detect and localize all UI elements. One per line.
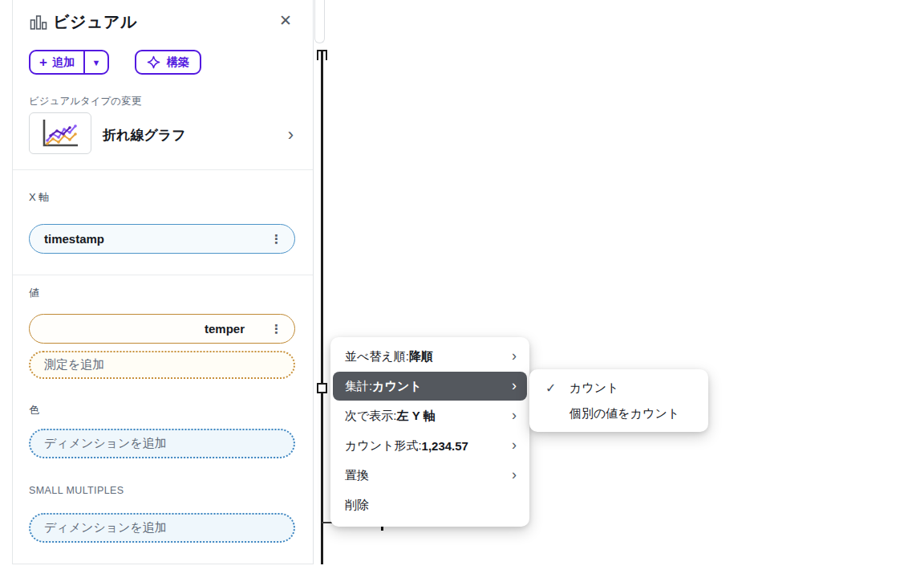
menu-item-prefix: 集計: xyxy=(345,379,372,394)
chevron-right-icon[interactable]: › xyxy=(288,124,294,145)
value-field-pill[interactable]: temper ⋮ xyxy=(29,314,295,344)
kebab-menu-icon[interactable]: ⋮ xyxy=(270,234,282,245)
menu-item-count-format[interactable]: カウント形式: 1,234.57 › xyxy=(333,431,527,460)
divider xyxy=(13,275,313,275)
add-button[interactable]: + 追加 xyxy=(30,51,83,73)
add-dimension-placeholder: ディメンションを追加 xyxy=(44,436,167,451)
kebab-menu-icon[interactable]: ⋮ xyxy=(270,324,282,335)
submenu-item-count[interactable]: ✓ カウント xyxy=(529,375,708,401)
menu-item-delete[interactable]: 削除 xyxy=(333,490,527,519)
small-multiples-label: SMALL MULTIPLES xyxy=(29,485,124,496)
chevron-right-icon: › xyxy=(512,437,517,454)
x-axis-field-pill[interactable]: timestamp ⋮ xyxy=(29,224,295,254)
value-field-name: temper xyxy=(205,322,245,336)
x-axis-field-name: timestamp xyxy=(44,232,104,246)
line-chart-icon xyxy=(39,118,81,149)
canvas-scrollbar[interactable] xyxy=(314,0,325,43)
page: ビジュアル ✕ + 追加 ▼ 構築 ビジュアルタイプの変更 xyxy=(0,0,924,578)
menu-item-sort-order[interactable]: 並べ替え順: 降順 › xyxy=(333,342,527,371)
build-button-label: 構築 xyxy=(167,55,189,70)
menu-item-aggregate[interactable]: 集計: カウント › xyxy=(333,372,527,401)
x-axis-label: X 軸 xyxy=(29,190,49,205)
menu-item-value: 左 Y 軸 xyxy=(397,409,436,424)
close-icon[interactable]: ✕ xyxy=(279,13,292,28)
visual-type-label: ビジュアルタイプの変更 xyxy=(29,95,141,108)
panel-title: ビジュアル xyxy=(53,11,137,33)
aggregate-submenu: ✓ カウント 個別の値をカウント xyxy=(529,369,708,432)
add-visual-split-button[interactable]: + 追加 ▼ xyxy=(29,50,109,75)
menu-item-prefix: 並べ替え順: xyxy=(345,349,409,364)
color-dimension-dropzone[interactable]: ディメンションを追加 xyxy=(29,429,295,458)
menu-item-prefix: 削除 xyxy=(345,498,369,513)
submenu-item-label: カウント xyxy=(569,381,618,396)
visual-resize-handle-left[interactable] xyxy=(317,383,327,393)
build-button[interactable]: 構築 xyxy=(135,50,201,75)
add-button-label: 追加 xyxy=(52,55,75,70)
menu-item-value: カウント xyxy=(372,379,421,394)
submenu-item-label: 個別の値をカウント xyxy=(569,406,679,421)
add-measure-placeholder: 測定を追加 xyxy=(44,357,104,372)
add-measure-dropzone[interactable]: 測定を追加 xyxy=(29,351,295,379)
menu-item-show-on[interactable]: 次で表示: 左 Y 軸 › xyxy=(333,401,527,430)
sparkle-icon xyxy=(147,55,160,69)
chevron-right-icon: › xyxy=(512,348,517,364)
chevron-right-icon: › xyxy=(512,407,517,424)
field-context-menu: 並べ替え順: 降順 › 集計: カウント › 次で表示: 左 Y 軸 › カウン… xyxy=(330,337,529,527)
color-label: 色 xyxy=(29,403,39,417)
menu-item-prefix: 次で表示: xyxy=(345,409,397,424)
submenu-item-count-distinct[interactable]: 個別の値をカウント xyxy=(529,401,708,426)
menu-item-replace[interactable]: 置換 › xyxy=(333,461,527,490)
bar-chart-icon xyxy=(30,14,47,31)
menu-item-prefix: 置換 xyxy=(345,468,369,483)
value-label: 値 xyxy=(29,286,39,300)
menu-item-value: 1,234.57 xyxy=(422,439,468,453)
plus-icon: + xyxy=(39,55,47,71)
menu-item-value: 降順 xyxy=(409,349,433,364)
small-multiples-dropzone[interactable]: ディメンションを追加 xyxy=(29,513,295,543)
add-dimension-placeholder: ディメンションを追加 xyxy=(44,520,167,535)
visual-type-thumbnail[interactable] xyxy=(29,112,91,154)
visual-selection-border-left xyxy=(321,51,323,564)
add-dropdown-button[interactable]: ▼ xyxy=(85,51,107,73)
check-icon: ✓ xyxy=(545,381,569,396)
visual-properties-panel: ビジュアル ✕ + 追加 ▼ 構築 ビジュアルタイプの変更 xyxy=(12,0,314,564)
divider xyxy=(13,169,313,170)
menu-item-prefix: カウント形式: xyxy=(345,438,422,454)
caret-down-icon: ▼ xyxy=(91,58,100,67)
chevron-right-icon: › xyxy=(512,466,517,483)
chevron-right-icon: › xyxy=(512,377,517,394)
visual-type-name: 折れ線グラフ xyxy=(103,126,186,144)
